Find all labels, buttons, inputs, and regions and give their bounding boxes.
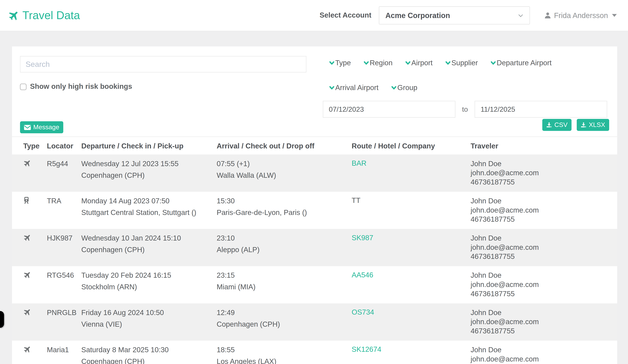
filter-label: Supplier [451,59,478,67]
arrival-cell: 15:30Paris-Gare-de-Lyon, Paris () [217,197,352,229]
locator: TRA [47,197,81,206]
csv-button-label: CSV [554,121,567,128]
bookings-table: TypeLocatorDeparture / Check in / Pick-u… [12,136,617,364]
column-header: Departure / Check in / Pick-up [81,142,217,151]
csv-button[interactable]: CSV [542,119,571,131]
departure-datetime: Wednesday 10 Jan 2024 15:10 [81,234,217,243]
column-header: Locator [47,142,81,151]
arrival-place: Aleppo (ALP) [217,245,352,255]
filter-label: Region [370,59,393,67]
departure-place: Copenhagen (CPH) [81,245,217,255]
table-row: Maria1Saturday 8 Mar 2025 10:30Copenhage… [12,341,617,364]
high-risk-label: Show only high risk bookings [30,82,132,91]
arrival-time: 23:10 [217,234,352,243]
departure-datetime: Saturday 8 Mar 2025 10:30 [81,346,217,355]
date-from-input[interactable] [323,101,455,118]
chevron-down-icon [391,85,396,90]
filter-dropdown-departure-airport[interactable]: Departure Airport [491,59,551,67]
column-header: Type [23,142,47,151]
user-name: Frida Andersson [554,11,608,20]
route-link[interactable]: SK12674 [352,346,381,354]
arrival-place: Los Angeles (LAX) [217,357,352,364]
person-icon [545,12,551,19]
traveler-email: john.doe@acme.com [471,169,609,178]
traveler-cell: John Doejohn.doe@acme.com46736187755 [471,308,609,341]
departure-place: Copenhagen (CPH) [81,171,217,180]
route-link[interactable]: SK987 [352,234,373,242]
locator-cell: R5g44 [47,159,81,192]
filter-dropdown-airport[interactable]: Airport [405,59,433,67]
departure-datetime: Tuesday 20 Feb 2024 16:15 [81,271,217,280]
page: Travel Data Select Account Acme Corporat… [0,0,628,364]
arrival-time: 07:55 (+1) [217,159,352,169]
edge-tab [0,311,4,328]
arrival-time: 23:15 [217,271,352,280]
brand-link[interactable]: Travel Data [8,9,80,22]
arrival-place: Walla Walla (ALW) [217,171,352,180]
plane-icon [23,159,47,167]
chevron-down-icon [329,85,334,90]
search-input[interactable] [20,56,307,72]
filter-dropdown-supplier[interactable]: Supplier [445,59,478,67]
route-link[interactable]: AA546 [352,271,373,279]
locator-cell: Maria1 [47,346,81,364]
traveler-phone: 46736187755 [471,289,609,299]
content-card: Show only high risk bookings Message Typ… [12,47,617,364]
locator: PNRGLB [47,308,81,317]
toolbar-right: TypeRegionAirportSupplierDeparture Airpo… [323,56,609,133]
filter-row-1: TypeRegionAirportSupplierDeparture Airpo… [323,59,609,67]
navbar: Travel Data Select Account Acme Corporat… [0,0,628,31]
arrival-place: Miami (MIA) [217,283,352,292]
traveler-cell: John Doejohn.doe@acme.com46736187755 [471,234,609,266]
filter-dropdown-region[interactable]: Region [364,59,392,67]
traveler-phone: 46736187755 [471,215,609,224]
navbar-right: Select Account Acme Corporation Frida An… [319,6,617,24]
plane-icon [23,308,47,316]
chevron-down-icon [405,61,410,65]
traveler-name: John Doe [471,346,609,355]
account-select[interactable]: Acme Corporation [379,6,530,24]
arrival-cell: 12:49Copenhagen (CPH) [217,308,352,341]
user-menu[interactable]: Frida Andersson [545,11,617,20]
message-button[interactable]: Message [20,121,63,133]
filter-dropdown-group[interactable]: Group [391,84,417,92]
high-risk-row: Show only high risk bookings [20,82,307,91]
chevron-down-icon [491,61,496,65]
train-icon [23,197,47,204]
traveler-cell: John Doejohn.doe@acme.com46736187755 [471,271,609,303]
caret-down-icon [612,14,617,17]
filter-dropdown-type[interactable]: Type [329,59,351,67]
route-link[interactable]: BAR [352,159,366,167]
filter-label: Arrival Airport [335,84,379,92]
column-header: Arrival / Check out / Drop off [217,142,352,151]
departure-cell: Wednesday 12 Jul 2023 15:55Copenhagen (C… [81,159,217,192]
route-cell: SK987 [352,234,471,266]
locator-cell: PNRGLB [47,308,81,341]
traveler-cell: John Doejohn.doe@acme.com46736187755 [471,197,609,229]
chevron-down-icon [364,61,369,65]
select-account-label: Select Account [319,11,371,20]
filter-dropdown-arrival-airport[interactable]: Arrival Airport [329,84,379,92]
high-risk-checkbox[interactable] [20,83,26,90]
table-body: R5g44Wednesday 12 Jul 2023 15:55Copenhag… [12,155,617,364]
filter-label: Type [335,59,351,67]
traveler-name: John Doe [471,197,609,206]
arrival-time: 12:49 [217,308,352,317]
route-cell: SK12674 [352,346,471,364]
xlsx-button-label: XLSX [589,121,605,128]
arrival-place: Paris-Gare-de-Lyon, Paris () [217,208,352,217]
locator: Maria1 [47,346,81,355]
xlsx-button[interactable]: XLSX [577,119,609,131]
arrival-cell: 23:10Aleppo (ALP) [217,234,352,266]
route-text: TT [352,197,360,205]
departure-cell: Friday 16 Aug 2024 10:50Vienna (VIE) [81,308,217,341]
filter-label: Departure Airport [497,59,552,67]
locator: HJK987 [47,234,81,243]
date-to-input[interactable] [474,101,607,118]
route-link[interactable]: OS734 [352,308,374,316]
locator-cell: TRA [47,197,81,229]
locator-cell: RTG546 [47,271,81,303]
locator-cell: HJK987 [47,234,81,266]
chevron-down-icon [445,61,451,65]
plane-icon [6,8,21,23]
